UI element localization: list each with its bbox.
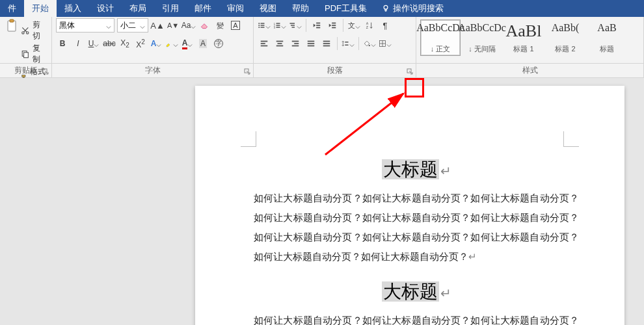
clipboard-dialog-launcher[interactable] — [41, 67, 50, 76]
svg-rect-43 — [323, 43, 330, 44]
bold-button[interactable]: B — [56, 36, 69, 51]
tab-design[interactable]: 设计 — [89, 0, 122, 17]
margin-corner-tr — [563, 131, 579, 147]
svg-rect-32 — [261, 46, 268, 47]
style-label: ↓ 无间隔 — [468, 44, 496, 54]
tab-insert[interactable]: 插入 — [57, 0, 89, 17]
align-right-button[interactable] — [289, 36, 302, 51]
distribute-button[interactable] — [320, 36, 333, 51]
bullets-button[interactable] — [258, 18, 271, 32]
svg-rect-41 — [308, 46, 315, 47]
justify-button[interactable] — [304, 36, 317, 51]
document-paragraph-1[interactable]: 如何让大标题自动分页？如何让大标题自动分页？如何让大标题自动分页？如何让大标题自… — [254, 188, 579, 266]
tab-layout[interactable]: 布局 — [122, 0, 154, 17]
shading-button[interactable] — [363, 36, 376, 51]
show-marks-button[interactable]: ¶ — [379, 18, 392, 32]
paragraph-dialog-launcher[interactable] — [405, 67, 414, 76]
font-name-value: 黑体 — [59, 20, 75, 31]
svg-rect-33 — [276, 41, 284, 42]
tab-file-partial[interactable]: 件 — [0, 0, 24, 17]
style-card-3[interactable]: AaBb(标题 2 — [545, 20, 585, 56]
subscript-button[interactable]: X2 — [118, 36, 131, 51]
align-left-button[interactable] — [258, 36, 271, 51]
document-heading-2[interactable]: 大标题↵ — [254, 280, 579, 304]
svg-rect-19 — [290, 23, 295, 24]
borders-button[interactable] — [379, 36, 392, 51]
numbering-button[interactable]: 123 — [273, 18, 286, 32]
tab-review[interactable]: 审阅 — [219, 0, 252, 17]
svg-text:3: 3 — [274, 27, 275, 29]
style-label: 标题 2 — [555, 44, 575, 54]
chevron-down-icon — [140, 23, 145, 28]
group-label-font: 字体 — [52, 64, 254, 77]
tab-view[interactable]: 视图 — [252, 0, 284, 17]
align-center-button[interactable] — [273, 36, 286, 51]
svg-rect-38 — [292, 46, 299, 47]
style-card-1[interactable]: AaBbCcDc↓ 无间隔 — [462, 20, 502, 56]
paragraph-mark-icon: ↵ — [440, 164, 451, 178]
asian-layout-button[interactable]: 文 — [347, 18, 360, 32]
tab-references[interactable]: 引用 — [154, 0, 187, 17]
document-paragraph-2[interactable]: 如何让大标题自动分页？如何让大标题自动分页？如何让大标题自动分页？如何让大标题自… — [254, 311, 579, 325]
superscript-button[interactable]: X2 — [134, 36, 147, 51]
svg-rect-24 — [316, 27, 320, 29]
tab-pdf-tools[interactable]: PDF工具集 — [317, 0, 375, 17]
align-left-icon — [260, 39, 269, 48]
style-label: 标题 — [600, 44, 614, 54]
increase-indent-button[interactable] — [326, 18, 339, 32]
style-card-4[interactable]: AaB标题 — [587, 20, 627, 56]
shrink-font-button[interactable]: A▼ — [167, 18, 180, 32]
document-area[interactable]: 大标题↵ 如何让大标题自动分页？如何让大标题自动分页？如何让大标题自动分页？如何… — [0, 78, 644, 325]
distribute-icon — [322, 39, 331, 48]
borders-icon — [379, 39, 386, 48]
text-effects-button[interactable]: A — [150, 36, 163, 51]
tab-mailings[interactable]: 邮件 — [187, 0, 219, 17]
decrease-indent-button[interactable] — [310, 18, 323, 32]
clear-formatting-button[interactable] — [198, 18, 211, 32]
italic-button[interactable]: I — [72, 36, 85, 51]
svg-rect-45 — [345, 42, 348, 43]
separator — [358, 37, 359, 50]
font-dialog-launcher[interactable] — [243, 67, 252, 76]
strikethrough-button[interactable]: abc — [103, 36, 116, 51]
svg-rect-10 — [261, 25, 265, 26]
font-size-combo[interactable]: 小二 — [117, 18, 148, 32]
svg-rect-34 — [278, 43, 282, 44]
group-label-styles: 样式 — [416, 64, 644, 77]
heading-text: 大标题 — [382, 281, 439, 302]
eraser-icon — [200, 21, 209, 30]
phonetic-guide-button[interactable]: 變 — [213, 18, 226, 32]
change-case-button[interactable]: Aa — [182, 18, 195, 32]
character-border-button[interactable]: A — [229, 18, 242, 32]
margin-corner-tl — [241, 131, 256, 147]
multilevel-list-button[interactable] — [289, 18, 302, 32]
svg-point-9 — [258, 25, 260, 26]
enclose-characters-button[interactable]: 字 — [212, 36, 225, 51]
character-shading-button[interactable]: A — [196, 36, 209, 51]
copy-button[interactable]: 复制 — [21, 43, 47, 65]
svg-rect-20 — [291, 25, 295, 26]
document-heading-1[interactable]: 大标题↵ — [254, 157, 579, 182]
style-card-2[interactable]: AaBl标题 1 — [503, 20, 544, 56]
underline-button[interactable]: U — [87, 36, 100, 51]
tell-me-search[interactable]: 操作说明搜索 — [375, 0, 450, 17]
svg-rect-21 — [292, 27, 295, 28]
svg-rect-44 — [323, 46, 330, 47]
style-card-0[interactable]: AaBbCcDc↓ 正文 — [420, 20, 461, 56]
group-label-paragraph: 段落 — [254, 64, 416, 77]
font-color-button[interactable]: A — [181, 36, 194, 51]
sort-button[interactable]: AZ — [363, 18, 376, 32]
cut-button[interactable]: 剪切 — [21, 20, 47, 42]
group-label-clipboard: 剪贴板 — [0, 64, 52, 77]
group-styles: AaBbCcDc↓ 正文AaBbCcDc↓ 无间隔AaBl标题 1AaBb(标题… — [416, 17, 644, 63]
font-name-combo[interactable]: 黑体 — [56, 18, 114, 32]
ribbon-tabbar: 件 开始 插入 设计 布局 引用 邮件 审阅 视图 帮助 PDF工具集 操作说明… — [0, 0, 644, 17]
heading-text: 大标题 — [382, 159, 439, 179]
highlight-button[interactable] — [165, 36, 178, 51]
tab-help[interactable]: 帮助 — [284, 0, 317, 17]
svg-rect-6 — [24, 53, 29, 58]
line-spacing-button[interactable] — [342, 36, 355, 51]
grow-font-button[interactable]: A▲ — [151, 18, 164, 32]
tab-home[interactable]: 开始 — [24, 0, 57, 17]
tell-me-label: 操作说明搜索 — [393, 3, 444, 14]
